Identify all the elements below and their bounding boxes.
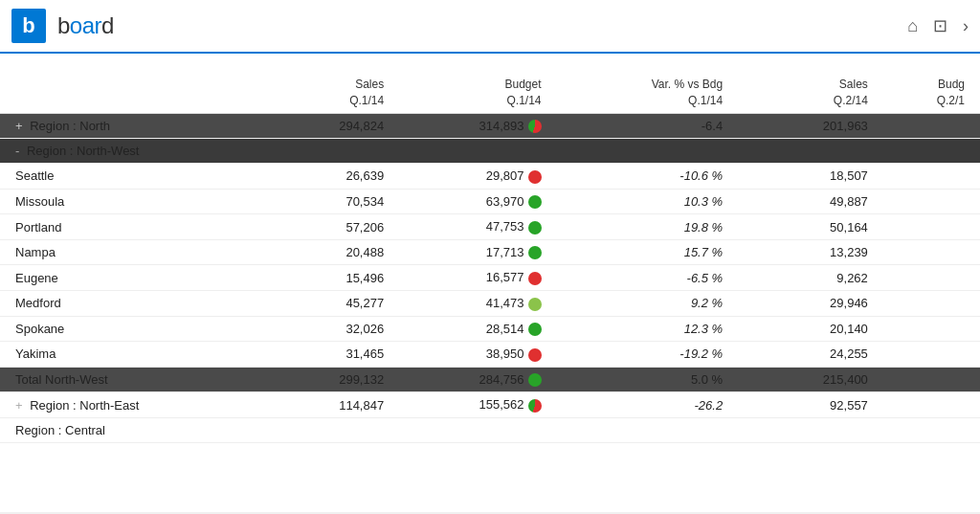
app-logo-b: b (11, 9, 46, 43)
row-label: Missoula (0, 189, 254, 214)
budget2-value (883, 214, 980, 240)
red-indicator (528, 348, 542, 362)
table-row[interactable]: - Region : North-West (0, 139, 980, 164)
budget1-value: 63,970 (486, 194, 524, 209)
sales1-value: 20,488 (254, 239, 399, 265)
budget2-value (883, 239, 980, 265)
sales1-value (254, 417, 399, 442)
sales2-value: 49,887 (738, 189, 883, 214)
pie-indicator (528, 399, 542, 413)
table-row[interactable]: Missoula 70,534 63,970 10.3 % 49,887 (0, 189, 980, 214)
sales2-value: 24,255 (738, 342, 883, 368)
var-value: 10.3 % (557, 189, 739, 214)
pie-indicator (528, 120, 542, 133)
green-indicator (528, 221, 542, 235)
row-label: Total North-West (0, 367, 254, 392)
panels-icon[interactable]: ⊡ (933, 15, 947, 36)
var-value: -26.2 (557, 392, 739, 418)
budget1-cell: 17,713 (399, 239, 556, 265)
budget1-cell: 63,970 (399, 189, 556, 214)
sales1-value: 114,847 (254, 392, 399, 418)
data-table: Sales Q.1/14 Budget Q.1/14 Var. % vs Bdg… (0, 73, 980, 443)
row-label: Spokane (0, 316, 254, 342)
sales2-value: 9,262 (738, 265, 883, 291)
sales1-value: 31,465 (254, 342, 399, 368)
col-budget2-header: Budg Q.2/1 (883, 73, 980, 113)
budget1-value: 41,473 (486, 296, 524, 310)
budget1-value: 28,514 (486, 322, 524, 336)
budget1-value: 17,713 (486, 245, 524, 259)
table-header-row: Sales Q.1/14 Budget Q.1/14 Var. % vs Bdg… (0, 73, 980, 113)
col-label-header (0, 73, 254, 113)
col-budget1-header: Budget Q.1/14 (399, 73, 556, 113)
sales2-value: 201,963 (738, 113, 883, 139)
green-indicator (528, 373, 542, 387)
green-indicator (528, 195, 542, 209)
sales1-value: 26,639 (254, 164, 399, 190)
table-row[interactable]: + Region : North-East 114,847 155,562 -2… (0, 392, 980, 418)
yellow-green-indicator (528, 298, 542, 311)
sales2-value: 20,140 (738, 316, 883, 342)
sales2-value (738, 417, 883, 442)
green-indicator (528, 323, 542, 336)
table-row[interactable]: Nampa 20,488 17,713 15.7 % 13,239 (0, 239, 980, 265)
row-prefix: + (15, 119, 23, 133)
table-row[interactable]: Spokane 32,026 28,514 12.3 % 20,140 (0, 316, 980, 342)
sales2-value: 50,164 (738, 214, 883, 240)
var-value: -10.6 % (557, 164, 739, 190)
budget1-value: 47,753 (486, 219, 524, 234)
sales1-value: 299,132 (254, 367, 399, 392)
sales2-value: 215,400 (738, 367, 883, 392)
table-row[interactable]: Eugene 15,496 16,577 -6.5 % 9,262 (0, 265, 980, 291)
sales2-value: 92,557 (738, 392, 883, 418)
main-content: Sales Q.1/14 Budget Q.1/14 Var. % vs Bdg… (0, 54, 980, 512)
col-sales1-header: Sales Q.1/14 (254, 73, 399, 113)
budget2-value (883, 392, 980, 418)
chevron-right-icon[interactable]: › (963, 16, 969, 36)
sales2-value: 18,507 (738, 164, 883, 190)
budget1-cell: 47,753 (399, 214, 556, 240)
budget2-value (883, 417, 980, 442)
table-row[interactable]: Total North-West 299,132 284,756 5.0 % 2… (0, 367, 980, 392)
budget1-cell: 29,807 (399, 164, 556, 190)
green-indicator (528, 246, 542, 259)
budget1-value: 284,756 (479, 372, 524, 387)
var-value: 19.8 % (557, 214, 739, 240)
row-label: Region : Central (0, 417, 254, 442)
table-row[interactable]: Yakima 31,465 38,950 -19.2 % 24,255 (0, 342, 980, 368)
budget1-cell: 314,893 (399, 113, 556, 139)
budget1-cell: 28,514 (399, 316, 556, 342)
topbar-icons: ⌂ ⊡ › (907, 15, 969, 36)
sales2-value: 29,946 (738, 290, 883, 316)
var-value (557, 417, 739, 442)
col-sales2-header: Sales Q.2/14 (738, 73, 883, 113)
table-row[interactable]: Seattle 26,639 29,807 -10.6 % 18,507 (0, 164, 980, 190)
budget1-value: 38,950 (486, 346, 524, 361)
budget1-cell: 155,562 (399, 392, 556, 418)
budget1-cell: 16,577 (399, 265, 556, 291)
row-label: Seattle (0, 164, 254, 190)
sales1-value: 57,206 (254, 214, 399, 240)
table-row[interactable]: Portland 57,206 47,753 19.8 % 50,164 (0, 214, 980, 240)
table-row[interactable]: Region : Central (0, 417, 980, 442)
sales1-value: 294,824 (254, 113, 399, 139)
budget1-cell: 284,756 (399, 367, 556, 392)
budget1-value: 314,893 (479, 119, 524, 133)
budget1-cell (399, 139, 556, 164)
table-row[interactable]: Medford 45,277 41,473 9.2 % 29,946 (0, 290, 980, 316)
row-label: Portland (0, 214, 254, 240)
row-label: + Region : North (0, 113, 254, 139)
app-brand: board (57, 12, 114, 39)
sales1-value: 15,496 (254, 265, 399, 291)
budget1-cell: 38,950 (399, 342, 556, 368)
row-label: - Region : North-West (0, 139, 254, 164)
table-row[interactable]: + Region : North 294,824 314,893 -6.4 20… (0, 113, 980, 139)
row-label: Yakima (0, 342, 254, 368)
row-label: Medford (0, 290, 254, 316)
home-icon[interactable]: ⌂ (907, 16, 918, 36)
budget2-value (883, 265, 980, 291)
var-value: 15.7 % (557, 239, 739, 265)
sales1-value: 70,534 (254, 189, 399, 214)
red-indicator (528, 170, 542, 184)
budget1-value: 155,562 (479, 397, 524, 412)
